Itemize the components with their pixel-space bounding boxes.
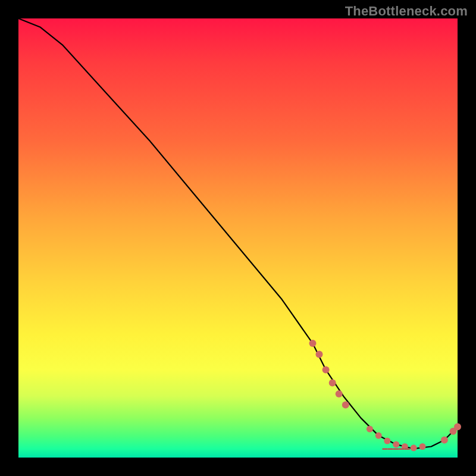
marker-dot	[419, 443, 426, 450]
curve-svg: ▬▬▬▬▬	[18, 18, 458, 458]
marker-dot	[454, 423, 461, 430]
marker-dot	[322, 366, 330, 373]
watermark-text: TheBottleneck.com	[345, 4, 468, 19]
chart-frame: TheBottleneck.com ▬▬▬▬▬	[0, 0, 476, 476]
marker-dot	[342, 401, 349, 408]
bottleneck-curve-path	[18, 18, 458, 449]
marker-cluster-c	[441, 423, 461, 443]
marker-dot	[441, 437, 448, 444]
marker-dot	[336, 390, 343, 397]
marker-dot	[384, 438, 390, 444]
marker-dot	[375, 433, 382, 439]
marker-dot	[411, 444, 417, 451]
marker-dot	[309, 340, 317, 347]
marker-dot	[367, 426, 373, 433]
dash-label: ▬▬▬▬▬	[382, 445, 410, 451]
plot-area: ▬▬▬▬▬	[18, 18, 458, 458]
marker-dot	[329, 380, 336, 387]
marker-dot	[316, 351, 323, 358]
